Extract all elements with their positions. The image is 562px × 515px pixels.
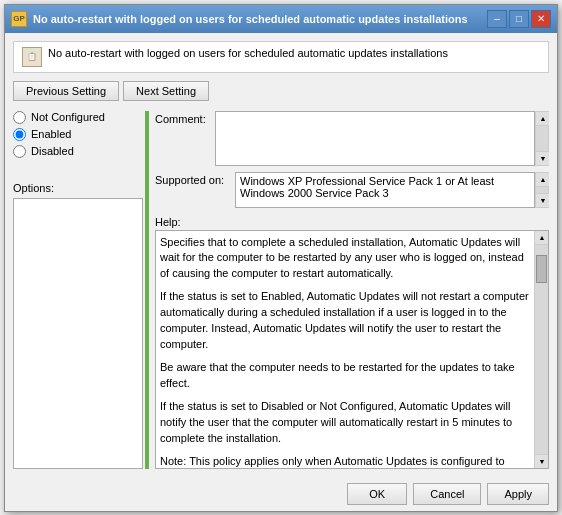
comment-row: Comment: ▲ ▼	[155, 111, 549, 166]
maximize-button[interactable]: □	[509, 10, 529, 28]
help-scroll-up[interactable]: ▲	[535, 231, 549, 245]
help-text-area: Specifies that to complete a scheduled i…	[155, 230, 549, 469]
not-configured-radio[interactable]	[13, 111, 26, 124]
top-buttons: Previous Setting Next Setting	[13, 81, 549, 101]
disabled-label: Disabled	[31, 145, 74, 157]
help-scroll-thumb	[536, 255, 547, 283]
green-bar	[145, 111, 149, 469]
title-controls: – □ ✕	[487, 10, 551, 28]
comment-scrollbar: ▲ ▼	[535, 111, 549, 166]
options-box	[13, 198, 143, 469]
comment-scroll-up[interactable]: ▲	[536, 112, 549, 126]
content-area: 📋 No auto-restart with logged on users f…	[5, 33, 557, 477]
supported-on-label: Supported on:	[155, 172, 235, 186]
minimize-button[interactable]: –	[487, 10, 507, 28]
help-scroll-down[interactable]: ▼	[535, 454, 549, 468]
main-body: Not Configured Enabled Disabled Options:	[13, 111, 549, 469]
policy-banner: 📋 No auto-restart with logged on users f…	[13, 41, 549, 73]
enabled-option: Enabled	[13, 128, 143, 141]
supported-row: Supported on: Windows XP Professional Se…	[155, 172, 549, 208]
supported-scroll-up[interactable]: ▲	[536, 173, 549, 187]
help-para-2: If the status is set to Enabled, Automat…	[160, 289, 530, 353]
banner-text: No auto-restart with logged on users for…	[48, 47, 448, 59]
comment-scroll-down[interactable]: ▼	[536, 151, 549, 165]
not-configured-option: Not Configured	[13, 111, 143, 124]
next-setting-button[interactable]: Next Setting	[123, 81, 209, 101]
enabled-radio[interactable]	[13, 128, 26, 141]
main-window: GP No auto-restart with logged on users …	[4, 4, 558, 512]
comment-textarea[interactable]	[215, 111, 535, 166]
options-label: Options:	[13, 182, 143, 194]
title-bar-left: GP No auto-restart with logged on users …	[11, 11, 468, 27]
help-content: Specifies that to complete a scheduled i…	[156, 231, 548, 469]
previous-setting-button[interactable]: Previous Setting	[13, 81, 119, 101]
help-scroll-track	[535, 245, 548, 454]
help-para-4: If the status is set to Disabled or Not …	[160, 399, 530, 447]
comment-label: Comment:	[155, 111, 215, 125]
supported-scrollbar: ▲ ▼	[535, 172, 549, 208]
radio-group: Not Configured Enabled Disabled	[13, 111, 143, 162]
help-scrollbar: ▲ ▼	[534, 231, 548, 468]
right-panel: Comment: ▲ ▼ Supported on:	[155, 111, 549, 469]
disabled-option: Disabled	[13, 145, 143, 158]
enabled-label: Enabled	[31, 128, 71, 140]
help-para-5: Note: This policy applies only when Auto…	[160, 454, 530, 469]
apply-button[interactable]: Apply	[487, 483, 549, 505]
title-bar: GP No auto-restart with logged on users …	[5, 5, 557, 33]
window-icon: GP	[11, 11, 27, 27]
help-para-1: Specifies that to complete a scheduled i…	[160, 235, 530, 283]
cancel-button[interactable]: Cancel	[413, 483, 481, 505]
help-label: Help:	[155, 216, 549, 228]
bottom-bar: OK Cancel Apply	[5, 477, 557, 511]
disabled-radio[interactable]	[13, 145, 26, 158]
supported-text-box: Windows XP Professional Service Pack 1 o…	[235, 172, 535, 208]
close-button[interactable]: ✕	[531, 10, 551, 28]
window-title: No auto-restart with logged on users for…	[33, 13, 468, 25]
supported-scroll-down[interactable]: ▼	[536, 193, 549, 207]
comment-scroll-track	[536, 126, 548, 151]
supported-text: Windows XP Professional Service Pack 1 o…	[240, 175, 530, 199]
policy-icon: 📋	[22, 47, 42, 67]
help-row: Specifies that to complete a scheduled i…	[155, 230, 549, 469]
left-panel: Not Configured Enabled Disabled Options:	[13, 111, 143, 469]
ok-button[interactable]: OK	[347, 483, 407, 505]
not-configured-label: Not Configured	[31, 111, 105, 123]
help-para-3: Be aware that the computer needs to be r…	[160, 360, 530, 392]
